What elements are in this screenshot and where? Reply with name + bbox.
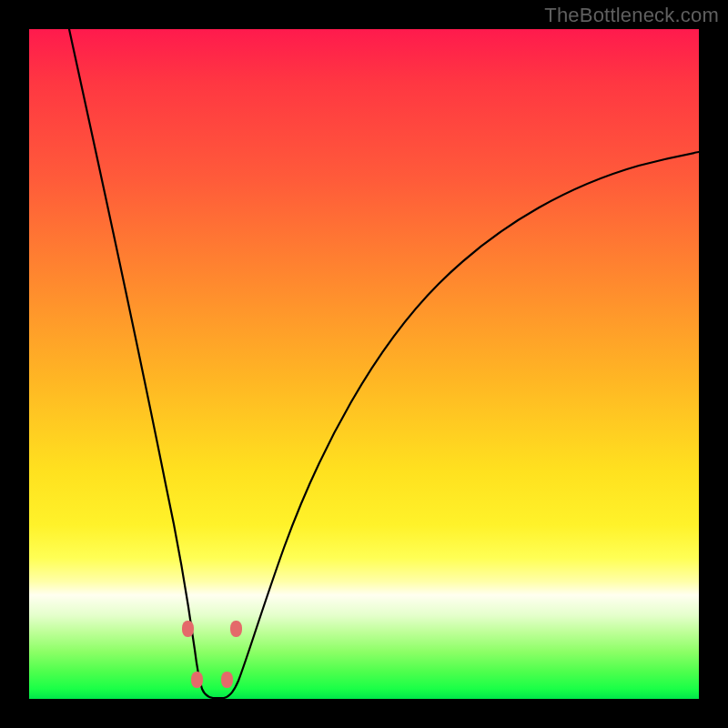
marker-lower-right (221, 672, 233, 688)
watermark-text: TheBottleneck.com (544, 4, 719, 27)
marker-upper-right (230, 621, 242, 637)
marker-lower-left (191, 672, 203, 688)
plot-area (29, 29, 699, 699)
curve-left-branch (69, 29, 213, 698)
chart-frame: TheBottleneck.com (0, 0, 728, 728)
marker-upper-left (182, 621, 194, 637)
bottleneck-curve (29, 29, 699, 699)
curve-right-branch (224, 152, 699, 698)
